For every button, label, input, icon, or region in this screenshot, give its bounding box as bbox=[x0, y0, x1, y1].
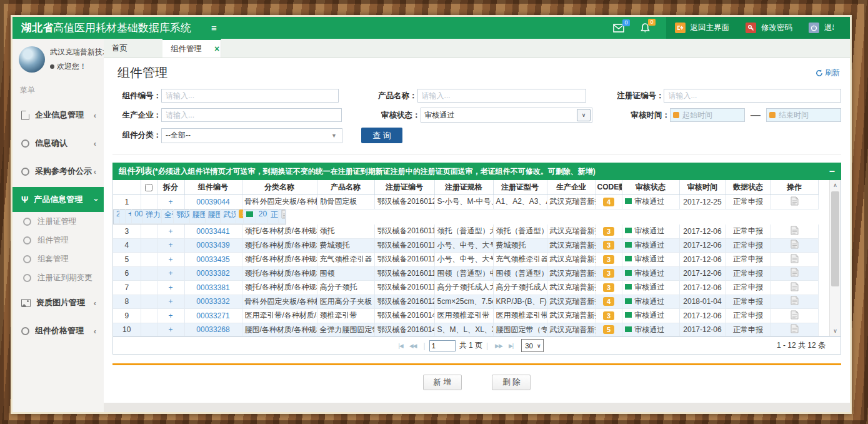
split-button[interactable]: + bbox=[157, 266, 184, 281]
sidebar-subitem[interactable]: 注册证到期变更 bbox=[12, 268, 104, 287]
select-all-checkbox[interactable] bbox=[145, 184, 152, 191]
pager-controls: |◀ ◀◀ | 共 1 页 | ▶▶ ▶| 30∨ bbox=[395, 339, 543, 352]
sidebar-subitem[interactable]: 注册证管理 bbox=[12, 212, 104, 231]
logout-button[interactable]: 退出 bbox=[809, 23, 834, 33]
component-class-select[interactable]: --全部-- ▼ bbox=[161, 128, 342, 143]
tab-component-management[interactable]: 组件管理× bbox=[162, 39, 221, 58]
classification-cell: 颈托/各种材质/各种规格 bbox=[242, 253, 317, 267]
table-row[interactable]: 6+00033382颈托/各种材质/各种规格围领鄂汉械备20160117围领（普… bbox=[113, 266, 818, 281]
sidebar-item[interactable]: 信息确认‹ bbox=[12, 131, 104, 156]
detail-doc-icon[interactable] bbox=[771, 323, 818, 336]
split-button[interactable]: + bbox=[157, 281, 184, 295]
avatar[interactable] bbox=[19, 46, 45, 73]
audit-status-select[interactable]: 审核通过 ∨ bbox=[421, 108, 593, 123]
classification-cell: 弹力腰封/各种材质/各种 bbox=[143, 209, 162, 224]
split-button[interactable]: + bbox=[157, 238, 184, 253]
scroll-up-icon[interactable]: ∧ bbox=[830, 180, 841, 190]
add-button[interactable]: 新 增 bbox=[423, 375, 462, 390]
detail-doc-icon[interactable] bbox=[771, 238, 818, 253]
detail-doc-icon[interactable] bbox=[771, 195, 818, 209]
table-row[interactable]: 8+00033332骨科外固定夹板/各种材质医用高分子夹板鄂汉械备2016012… bbox=[113, 295, 818, 309]
sidebar-subitem[interactable]: 组套管理 bbox=[12, 250, 104, 268]
sidebar-item[interactable]: 企业信息管理‹ bbox=[12, 103, 104, 128]
split-button[interactable]: + bbox=[157, 295, 184, 309]
first-page-button[interactable]: |◀ bbox=[398, 343, 402, 349]
delete-button[interactable]: 删 除 bbox=[492, 375, 531, 390]
component-no-link[interactable]: 00039044 bbox=[184, 195, 242, 209]
split-button[interactable]: + bbox=[126, 209, 132, 224]
sidebar-item[interactable]: 组件价格管理‹ bbox=[12, 318, 104, 343]
detail-doc-icon[interactable] bbox=[771, 225, 818, 239]
code-count-badge: 3 bbox=[596, 225, 622, 239]
sidebar-item[interactable]: Ψ产品信息管理‹ bbox=[12, 187, 104, 212]
sidebar-item[interactable]: 资质图片管理‹ bbox=[12, 290, 104, 315]
split-button[interactable]: + bbox=[157, 323, 184, 336]
component-no-link[interactable]: 00033382 bbox=[184, 266, 242, 281]
component-no-link[interactable]: 00033332 bbox=[184, 295, 242, 309]
cert-spec-cell: S-小号、M-中号、 bbox=[434, 195, 493, 209]
detail-doc-icon[interactable] bbox=[771, 253, 818, 267]
detail-doc-icon[interactable] bbox=[279, 209, 286, 224]
welcome-text: 欢迎您！ bbox=[50, 61, 104, 72]
component-no-link[interactable]: 00033271 bbox=[184, 309, 242, 323]
scrollbar-thumb[interactable] bbox=[831, 191, 839, 286]
table-row[interactable]: 7+00033381颈托/各种材质/各种规格高分子颈托鄂汉械备20160117高… bbox=[113, 281, 818, 295]
tab-home[interactable]: 首页 bbox=[104, 39, 162, 58]
change-password-button[interactable]: 修改密码 bbox=[746, 23, 792, 33]
table-row[interactable]: 4+00033439颈托/各种材质/各种规格费城颈托鄂汉械备20160117小号… bbox=[113, 238, 818, 253]
split-button[interactable]: + bbox=[157, 253, 184, 267]
component-no-link[interactable]: 00033268 bbox=[184, 323, 242, 336]
table-row[interactable]: 10+00033268腰围/各种材质/各种规格全弹力腰围固定带鄂汉械备20160… bbox=[113, 323, 818, 336]
split-button[interactable]: + bbox=[157, 225, 184, 239]
page-number-input[interactable] bbox=[429, 340, 456, 351]
vertical-scrollbar[interactable]: ∧ ∨ bbox=[829, 180, 841, 336]
sidebar-subitem[interactable]: 组件管理 bbox=[12, 231, 104, 250]
manufacturer-input[interactable] bbox=[161, 108, 342, 122]
table-row[interactable]: 5+00033435颈托/各种材质/各种规格充气颈椎牵引器鄂汉械备2016011… bbox=[113, 253, 818, 267]
component-no-link[interactable]: 00033450 bbox=[132, 209, 143, 224]
last-page-button[interactable]: ▶| bbox=[509, 343, 513, 349]
code-count-badge: 5 bbox=[236, 209, 244, 224]
audit-time-cell: 2018-01-04 bbox=[679, 295, 726, 309]
audit-time-cell: 2017-12-06 bbox=[679, 225, 726, 239]
product-name-input[interactable] bbox=[417, 89, 587, 103]
column-header: 操作 bbox=[771, 180, 818, 195]
prev-page-button[interactable]: ◀◀ bbox=[409, 343, 417, 349]
component-no-link[interactable]: 00033381 bbox=[184, 281, 242, 295]
detail-doc-icon[interactable] bbox=[771, 309, 818, 323]
component-no-link[interactable]: 00033441 bbox=[184, 225, 242, 239]
component-no-link[interactable]: 00033439 bbox=[184, 238, 242, 253]
start-date-input[interactable]: 起始时间 bbox=[670, 108, 745, 122]
query-button[interactable]: 查 询 bbox=[361, 128, 402, 143]
collapse-panel-icon[interactable]: – bbox=[829, 168, 835, 174]
audit-status-cell: 审核通过 bbox=[622, 266, 679, 281]
return-main-button[interactable]: 返回主界面 bbox=[675, 23, 730, 33]
split-button[interactable]: + bbox=[157, 195, 184, 209]
detail-doc-icon[interactable] bbox=[771, 266, 818, 281]
cert-no-input[interactable] bbox=[664, 89, 841, 103]
split-button[interactable]: + bbox=[157, 309, 184, 323]
mail-icon[interactable]: 0 bbox=[613, 24, 624, 33]
detail-doc-icon[interactable] bbox=[771, 281, 818, 295]
select-dropdown-icon[interactable]: ∨ bbox=[577, 109, 591, 121]
end-date-input[interactable]: 结束时间 bbox=[766, 108, 841, 122]
component-no-link[interactable]: 00033435 bbox=[184, 253, 242, 267]
main-area: 首页组件管理× 组件管理 刷新 组件编号： bbox=[104, 39, 850, 412]
refresh-link[interactable]: 刷新 bbox=[816, 68, 840, 78]
tab-close-icon[interactable]: × bbox=[214, 45, 219, 53]
table-row[interactable]: 2+00033450弹力腰封/各种材质/各种全弹力腰封鄂汉械备20160147腰… bbox=[113, 209, 286, 225]
table-row[interactable]: 9+00033271医用牵引带/各种材质/各颈椎牵引带鄂汉械备20160147医… bbox=[113, 309, 818, 323]
table-row[interactable]: 3+00033441颈托/各种材质/各种规格颈托鄂汉械备20160117颈托（普… bbox=[113, 225, 818, 239]
next-page-button[interactable]: ▶▶ bbox=[495, 343, 502, 349]
table-row[interactable]: 1+00039044骨科外固定夹板/各种材质肋骨固定板鄂汉械备20160120S… bbox=[113, 195, 818, 209]
page-size-select[interactable]: 30∨ bbox=[521, 339, 543, 352]
bell-icon[interactable]: 0 bbox=[641, 23, 650, 33]
column-header: 组件编号 bbox=[184, 180, 242, 195]
component-no-input[interactable] bbox=[161, 89, 339, 103]
cert-spec-cell: 腰围固定带（普通 bbox=[190, 209, 206, 224]
sidebar-item[interactable]: 采购参考价公示‹ bbox=[12, 159, 104, 184]
scroll-down-icon[interactable]: ∨ bbox=[830, 326, 841, 336]
detail-doc-icon[interactable] bbox=[771, 295, 818, 309]
cert-model-cell: KRP/JB-(B、F) bbox=[493, 295, 547, 309]
hamburger-menu-icon[interactable]: ≡ bbox=[211, 23, 217, 33]
